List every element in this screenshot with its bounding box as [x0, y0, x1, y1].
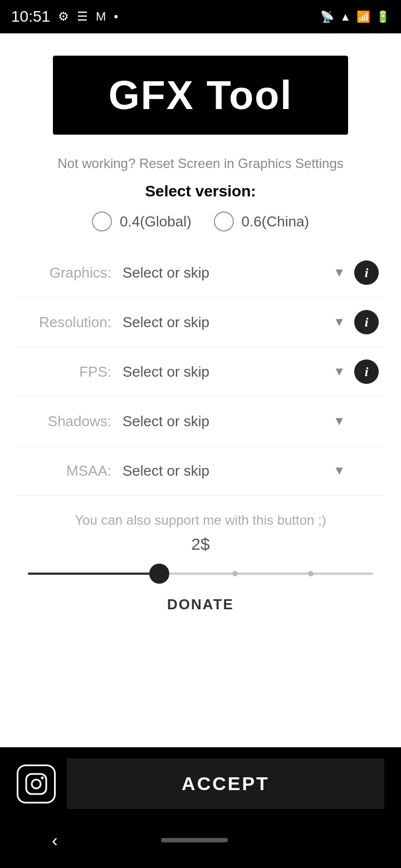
donate-slider-thumb[interactable]	[149, 564, 169, 584]
donate-section: You can also support me with this button…	[17, 507, 384, 630]
accept-button[interactable]: ACCEPT	[67, 758, 384, 809]
resolution-value: Select or skip	[123, 314, 209, 331]
status-left: 10:51 ⚙ ☰ M •	[11, 8, 118, 26]
version-china[interactable]: 0.6(China)	[214, 211, 309, 231]
message-icon: ☰	[77, 9, 88, 24]
nav-bar: ‹	[0, 818, 401, 868]
gear-icon: ⚙	[58, 9, 69, 24]
msaa-row: MSAA: Select or skip ▼ i	[17, 446, 384, 496]
fps-value: Select or skip	[123, 363, 209, 381]
svg-point-2	[41, 776, 44, 779]
status-bar: 10:51 ⚙ ☰ M • 📡 ▲ 📶 🔋	[0, 0, 401, 33]
radio-global[interactable]	[92, 211, 112, 231]
subtitle-text: Not working? Reset Screen in Graphics Se…	[57, 156, 344, 171]
radio-china[interactable]	[214, 211, 234, 231]
donate-amount: 2$	[191, 535, 209, 554]
shadows-label: Shadows:	[22, 413, 111, 430]
resolution-arrow-icon: ▼	[333, 315, 345, 329]
msaa-dropdown[interactable]: Select or skip ▼	[123, 462, 345, 480]
version-options: 0.4(Global) 0.6(China)	[92, 211, 309, 231]
instagram-icon[interactable]	[17, 765, 56, 803]
donate-slider-container[interactable]	[17, 563, 384, 585]
graphics-label: Graphics:	[22, 264, 111, 282]
version-china-label: 0.6(China)	[242, 213, 309, 230]
app-title: GFX Tool	[109, 72, 293, 118]
logo-banner: GFX Tool	[53, 56, 348, 135]
donate-slider-tick-2	[308, 571, 314, 576]
wifi-icon: ▲	[340, 11, 351, 23]
fps-info-icon[interactable]: i	[354, 359, 379, 384]
fps-row: FPS: Select or skip ▼ i	[17, 347, 384, 397]
msaa-arrow-icon: ▼	[333, 463, 345, 478]
main-content: GFX Tool Not working? Reset Screen in Gr…	[0, 33, 401, 747]
shadows-arrow-icon: ▼	[333, 414, 345, 428]
version-global[interactable]: 0.4(Global)	[92, 211, 192, 231]
fps-arrow-icon: ▼	[333, 364, 345, 379]
donate-description: You can also support me with this button…	[75, 512, 326, 528]
graphics-row: Graphics: Select or skip ▼ i	[17, 248, 384, 298]
svg-point-1	[32, 780, 41, 788]
shadows-value: Select or skip	[123, 413, 209, 430]
select-version-label: Select version:	[145, 183, 256, 200]
cast-icon: 📡	[320, 10, 334, 23]
fps-dropdown[interactable]: Select or skip ▼	[123, 363, 345, 381]
donate-button[interactable]: DONATE	[167, 596, 234, 613]
donate-slider-track[interactable]	[28, 573, 373, 575]
battery-icon: 🔋	[376, 10, 390, 23]
donate-slider-fill	[28, 573, 159, 575]
dot-icon: •	[114, 9, 118, 24]
back-button[interactable]: ‹	[52, 830, 58, 851]
gmail-icon: M	[96, 9, 106, 24]
graphics-info-icon[interactable]: i	[354, 260, 379, 285]
resolution-dropdown[interactable]: Select or skip ▼	[123, 314, 345, 331]
graphics-dropdown[interactable]: Select or skip ▼	[123, 264, 345, 282]
msaa-label: MSAA:	[22, 462, 111, 480]
signal-icon: 📶	[356, 10, 370, 23]
resolution-row: Resolution: Select or skip ▼ i	[17, 298, 384, 347]
graphics-arrow-icon: ▼	[333, 265, 345, 280]
resolution-info-icon[interactable]: i	[354, 310, 379, 334]
fps-label: FPS:	[22, 363, 111, 381]
resolution-label: Resolution:	[22, 314, 111, 331]
shadows-row: Shadows: Select or skip ▼ i	[17, 397, 384, 446]
donate-slider-tick-1	[232, 571, 238, 576]
shadows-dropdown[interactable]: Select or skip ▼	[123, 413, 345, 430]
home-indicator[interactable]	[161, 838, 228, 842]
bottom-bar: ACCEPT	[0, 747, 401, 818]
msaa-value: Select or skip	[123, 462, 209, 480]
status-time: 10:51	[11, 8, 50, 26]
graphics-value: Select or skip	[123, 264, 209, 282]
status-right: 📡 ▲ 📶 🔋	[320, 10, 390, 23]
version-global-label: 0.4(Global)	[120, 213, 192, 230]
settings-section: Graphics: Select or skip ▼ i Resolution:…	[17, 248, 384, 496]
